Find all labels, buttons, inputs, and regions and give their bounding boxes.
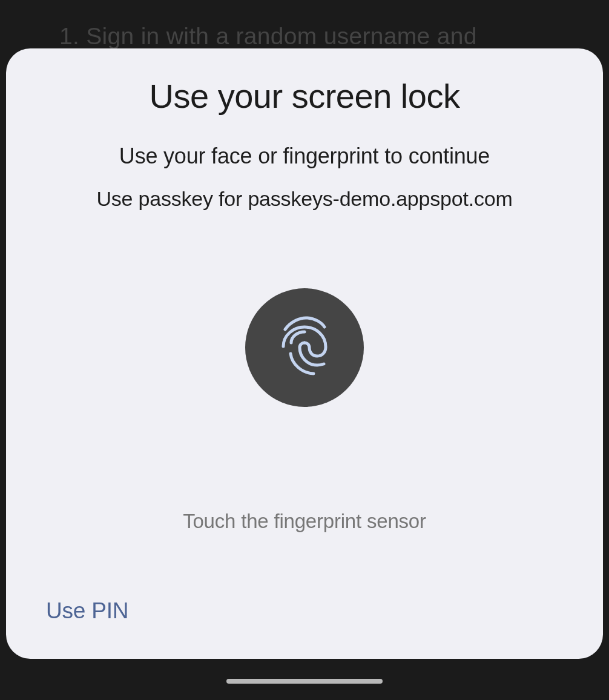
- system-navigation-bar: [0, 662, 609, 700]
- gesture-nav-pill[interactable]: [226, 679, 383, 684]
- sheet-actions: Use PIN: [42, 598, 567, 635]
- fingerprint-icon: [277, 316, 332, 379]
- fingerprint-sensor-area: [42, 288, 567, 407]
- sheet-title: Use your screen lock: [42, 76, 567, 116]
- fingerprint-sensor[interactable]: [245, 288, 364, 407]
- sheet-subtitle: Use your face or fingerprint to continue: [42, 144, 567, 169]
- use-pin-button[interactable]: Use PIN: [46, 598, 128, 624]
- relying-party-line: Use passkey for passkeys-demo.appspot.co…: [42, 187, 567, 211]
- fingerprint-hint: Touch the fingerprint sensor: [42, 510, 567, 533]
- biometric-prompt-sheet: Use your screen lock Use your face or fi…: [6, 48, 603, 659]
